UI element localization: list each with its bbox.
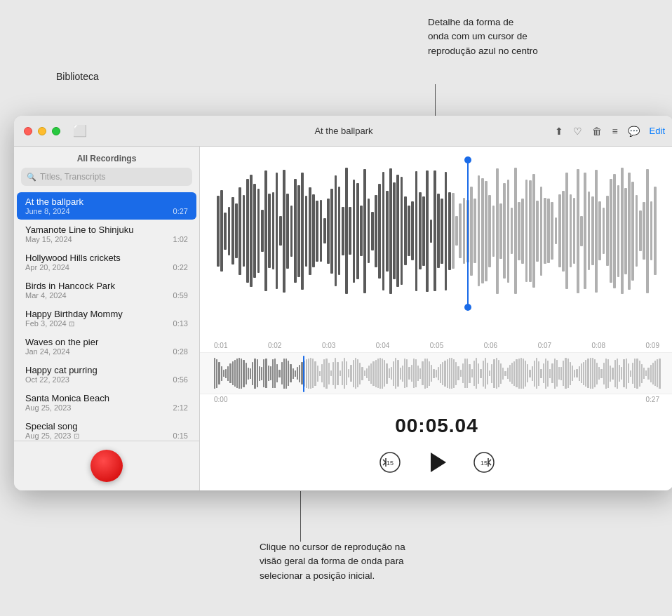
waveform-bar: [478, 175, 481, 286]
overview-playhead-cursor[interactable]: [303, 356, 304, 392]
overview-bar: [389, 368, 390, 378]
overview-bar: [359, 363, 361, 384]
waveform-bar: [470, 187, 473, 276]
overview-bar: [469, 364, 470, 383]
record-button[interactable]: [90, 450, 123, 482]
waveform-bar: [434, 170, 436, 291]
waveform-bar: [529, 180, 532, 282]
delete-icon[interactable]: 🗑: [592, 126, 602, 137]
sidebar-item-santa[interactable]: Santa Monica Beach Aug 25, 2023 2:12: [17, 389, 196, 416]
waveform-bar: [312, 194, 315, 267]
overview-bar: [643, 368, 645, 379]
sidebar-item-date: Oct 22, 2023: [25, 375, 69, 384]
play-button[interactable]: [423, 448, 451, 476]
overview-bar: [563, 361, 564, 386]
overview-waveform-container[interactable]: [200, 352, 672, 394]
waveform-bar: [368, 199, 370, 263]
waveform-bar: [577, 169, 579, 293]
annotation-waveform: Detalhe da forma deonda com um cursor de…: [428, 15, 538, 58]
edit-button[interactable]: Edit: [650, 126, 665, 136]
overview-bar: [422, 361, 423, 385]
overview-bar: [536, 358, 537, 389]
sidebar: All Recordings 🔍 Titles, Transcripts At …: [14, 147, 200, 490]
maximize-button[interactable]: [52, 127, 60, 135]
overview-bar: [419, 368, 421, 379]
minimize-button[interactable]: [38, 127, 46, 135]
content-area: All Recordings 🔍 Titles, Transcripts At …: [14, 147, 672, 490]
waveform-bar: [250, 175, 253, 287]
overview-bar: [397, 360, 398, 387]
share-icon[interactable]: ⬆: [555, 126, 563, 137]
waveform-bar: [290, 206, 293, 257]
waveform-bar: [536, 201, 539, 262]
click-annotation-text: Clique no cursor de reprodução navisão g…: [260, 542, 405, 581]
waveform-bar: [565, 173, 568, 289]
sidebar-toggle-icon[interactable]: ⬜: [73, 124, 87, 138]
overview-bar: [283, 359, 285, 389]
sidebar-item-ballpark[interactable]: At the ballpark June 8, 2024 0:27: [17, 192, 196, 220]
sidebar-item-duration: 1:02: [173, 235, 188, 243]
overview-bar: [447, 359, 448, 388]
skip-forward-button[interactable]: 15: [472, 450, 496, 474]
overview-bar: [340, 370, 341, 376]
search-bar[interactable]: 🔍 Titles, Transcripts: [21, 168, 192, 186]
favorite-icon[interactable]: ♡: [573, 126, 582, 137]
waveform-bar: [588, 192, 591, 270]
overview-bar: [424, 359, 426, 389]
settings-icon[interactable]: ≡: [612, 126, 617, 137]
detail-waveform-container[interactable]: [200, 154, 672, 337]
playhead-cursor[interactable]: [467, 159, 469, 308]
waveform-bar: [503, 183, 506, 279]
overview-bar: [348, 369, 349, 377]
overview-bar: [400, 368, 401, 380]
overview-bar: [295, 370, 296, 377]
overview-bar: [297, 367, 298, 380]
sidebar-item-hollywood[interactable]: Hollywood Hills crickets Apr 20, 2024 0:…: [17, 248, 196, 276]
waveform-bar: [459, 203, 462, 258]
sidebar-item-special[interactable]: Special song Aug 25, 2023 ⊡ 0:15: [17, 417, 196, 441]
sidebar-item-date: May 15, 2024: [25, 235, 72, 243]
sidebar-item-birthday[interactable]: Happy Birthday Mommy Feb 3, 2024 ⊡ 0:13: [17, 304, 196, 332]
sidebar-item-birds[interactable]: Birds in Hancock Park Mar 4, 2024 0:59: [17, 276, 196, 304]
overview-bar: [576, 369, 577, 377]
transcript-icon[interactable]: 💬: [628, 126, 640, 137]
overview-bar: [436, 370, 437, 377]
sidebar-item-yamanote[interactable]: Yamanote Line to Shinjuku May 15, 2024 1…: [17, 220, 196, 248]
overview-waveform-bars: [214, 356, 659, 391]
overview-bar: [337, 362, 338, 385]
overview-bar: [308, 359, 309, 389]
overview-bar: [509, 365, 511, 382]
sidebar-item-date: Apr 20, 2024: [25, 263, 69, 272]
overview-bar: [493, 359, 495, 388]
overview-bar: [353, 360, 354, 387]
overview-bar: [498, 360, 499, 387]
overview-bar: [440, 364, 441, 383]
sidebar-item-waves[interactable]: Waves on the pier Jan 24, 2024 0:28: [17, 333, 196, 360]
skip-back-button[interactable]: 15: [378, 450, 402, 474]
sidebar-item-duration: 0:56: [173, 375, 188, 384]
waveform-bar: [650, 201, 653, 260]
overview-end-time: 0:27: [646, 396, 659, 403]
overview-bar: [540, 369, 542, 378]
waveform-bar: [294, 179, 297, 283]
close-button[interactable]: [24, 127, 32, 135]
waveform-bar: [617, 185, 620, 277]
overview-bar: [460, 370, 462, 377]
overview-bar: [272, 359, 274, 388]
overview-bar: [529, 370, 530, 377]
overview-bar: [355, 358, 356, 389]
sidebar-item-title: Santa Monica Beach: [25, 393, 188, 403]
overview-bar: [413, 359, 415, 388]
sidebar-item-cat[interactable]: Happy cat purring Oct 22, 2023 0:56: [17, 361, 196, 388]
overview-bar: [507, 368, 509, 379]
overview-bar: [314, 361, 316, 386]
svg-text:15: 15: [480, 460, 487, 467]
overview-bar: [257, 359, 258, 387]
overview-bar: [248, 368, 249, 380]
waveform-bar: [261, 210, 264, 252]
sidebar-item-title: Happy Birthday Mommy: [25, 309, 188, 319]
overview-bar: [464, 359, 466, 388]
waveform-bar: [320, 200, 323, 262]
waveform-bar: [349, 207, 351, 255]
overview-bar: [617, 359, 618, 389]
